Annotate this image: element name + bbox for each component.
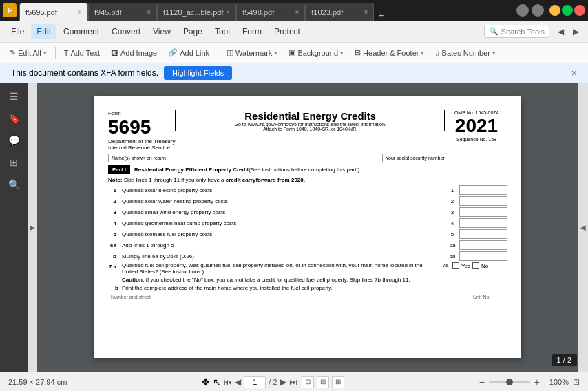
row-num-7a: 7 a: [108, 262, 119, 270]
search-tools[interactable]: 🔍 Search Tools: [484, 25, 549, 38]
tab-label: f5695.pdf: [25, 8, 57, 17]
maximize-button[interactable]: [562, 5, 573, 16]
panel-toggle-left[interactable]: ▶: [28, 83, 37, 372]
header-footer-icon: ⊟: [355, 48, 361, 57]
checkbox-no[interactable]: [472, 262, 479, 269]
row-label-5: Qualified biomass fuel property costs: [119, 231, 445, 237]
close-button[interactable]: [574, 5, 585, 16]
fit-page-button[interactable]: ⊡: [573, 377, 580, 387]
minimize-button[interactable]: [549, 5, 560, 16]
note-detail: Skip lines 1 through 11 if you only have…: [124, 177, 224, 183]
menu-convert[interactable]: Convert: [106, 24, 146, 39]
row-label-6a: Add lines 1 through 5: [119, 242, 445, 249]
form-year: 2021: [445, 115, 507, 137]
tabs-container: f5695.pdf × f945.pdf × f1120_ac...ble.pd…: [19, 0, 514, 21]
row-2: 2 Qualified solar water heating property…: [108, 196, 507, 206]
sidebar-bookmark-icon[interactable]: 🔖: [6, 110, 22, 127]
add-link-tool[interactable]: 🔗 Add Link: [164, 46, 213, 59]
first-page-button[interactable]: ⏮: [224, 377, 232, 387]
separator-1: [55, 47, 56, 59]
header-footer-tool[interactable]: ⊟ Header & Footer ▾: [350, 46, 428, 59]
current-page-input[interactable]: [244, 376, 266, 388]
tab-close-f5695[interactable]: ×: [78, 8, 82, 16]
next-page-button[interactable]: ▶: [280, 377, 286, 387]
zoom-out-button[interactable]: −: [479, 377, 485, 388]
checkbox-yes[interactable]: [452, 262, 459, 269]
watermark-dropdown[interactable]: ▾: [274, 50, 277, 56]
tab-close-f945[interactable]: ×: [147, 8, 151, 16]
zoom-thumb: [506, 379, 513, 385]
new-tab-button[interactable]: +: [374, 10, 388, 21]
tab-close-f5498[interactable]: ×: [295, 8, 299, 16]
image-icon: 🖼: [111, 49, 118, 57]
left-sidebar: ☰ 🔖 💬 ⊞ 🔍: [0, 83, 28, 372]
menu-view[interactable]: View: [147, 24, 176, 39]
sidebar-menu-icon[interactable]: ☰: [6, 88, 22, 105]
cursor-tool-icon[interactable]: ✥: [202, 377, 210, 388]
titlebar: F f5695.pdf × f945.pdf × f1120_ac...ble.…: [0, 0, 588, 21]
zoom-in-button[interactable]: +: [534, 377, 540, 388]
select-tool-icon[interactable]: ↖: [213, 377, 221, 388]
caution-label: Caution:: [122, 277, 144, 283]
menu-page[interactable]: Page: [178, 24, 208, 39]
watermark-tool[interactable]: ◫ Watermark ▾: [222, 46, 282, 59]
highlight-fields-button[interactable]: Highlight Fields: [164, 66, 232, 80]
bates-number-tool[interactable]: # Bates Number ▾: [431, 47, 499, 59]
menu-tool[interactable]: Tool: [209, 24, 235, 39]
tab-f5695[interactable]: f5695.pdf ×: [19, 3, 88, 21]
row-1: 1 Qualified solar electric property cost…: [108, 185, 507, 195]
tab-f1120[interactable]: f1120_ac...ble.pdf ×: [157, 3, 236, 21]
menu-comment[interactable]: Comment: [58, 24, 105, 39]
row-7a: 7 a Qualified fuel cell property. Was qu…: [108, 262, 507, 275]
tab-close-f1023[interactable]: ×: [364, 8, 368, 16]
background-dropdown[interactable]: ▾: [340, 50, 344, 56]
header-footer-dropdown[interactable]: ▾: [421, 50, 424, 56]
panel-toggle-right[interactable]: ◀: [578, 83, 588, 372]
ssn-cell: Your social security number: [383, 154, 507, 162]
two-page-view[interactable]: ⊞: [332, 376, 344, 388]
row-5: 5 Qualified biomass fuel property costs …: [108, 229, 507, 239]
single-page-view[interactable]: ⊡: [302, 376, 314, 388]
nav-back[interactable]: ◀: [554, 25, 567, 39]
background-tool[interactable]: ▣ Background ▾: [284, 46, 348, 59]
nav-forward[interactable]: ▶: [569, 25, 582, 39]
row-label-7b: Print the complete address of the main h…: [119, 285, 507, 291]
prev-page-button[interactable]: ◀: [235, 377, 241, 387]
last-page-button[interactable]: ⏭: [289, 377, 297, 387]
zoom-slider[interactable]: [489, 381, 530, 383]
pdf-viewer[interactable]: Form 5695 Department of the Treasury Int…: [37, 83, 578, 372]
row-line-3: 3: [445, 209, 459, 215]
part-note: (See instructions before completing this…: [249, 167, 359, 173]
menu-file[interactable]: File: [6, 24, 30, 39]
continuous-view[interactable]: ⊟: [317, 376, 329, 388]
part-title: Residential Energy Efficient Property Cr…: [134, 167, 249, 173]
edit-all-dropdown[interactable]: ▾: [43, 50, 47, 56]
tab-close-f1120[interactable]: ×: [226, 8, 230, 16]
dept-label: Department of the Treasury: [108, 138, 175, 145]
row-6a: 6a Add lines 1 through 5 6a: [108, 240, 507, 250]
row-input-6b: [459, 251, 507, 261]
edit-all-tool[interactable]: ✎ Edit All ▾: [6, 46, 51, 59]
sidebar-page-icon[interactable]: ⊞: [6, 154, 22, 171]
search-placeholder: Search Tools: [501, 28, 545, 36]
add-text-tool[interactable]: T Add Text: [60, 47, 104, 59]
tab-f945[interactable]: f945.pdf ×: [88, 3, 157, 21]
row-num-3: 3: [108, 209, 119, 215]
statusbar: 21.59 × 27.94 cm ✥ ↖ ⏮ ◀ / 2 ▶ ⏭ ⊡ ⊟ ⊞ −…: [0, 372, 588, 391]
part-header: Part I: [108, 165, 130, 174]
address-row: Number and street Unit No.: [108, 293, 507, 299]
sidebar-search-icon[interactable]: 🔍: [6, 176, 22, 193]
tab-f1023[interactable]: f1023.pdf ×: [305, 3, 374, 21]
row-num-6a: 6a: [108, 242, 119, 249]
xfa-close-button[interactable]: ×: [571, 67, 577, 78]
toolbar: ✎ Edit All ▾ T Add Text 🖼 Add Image 🔗 Ad…: [0, 43, 588, 63]
sidebar-annotation-icon[interactable]: 💬: [6, 132, 22, 149]
tab-f5498[interactable]: f5498.pdf ×: [236, 3, 305, 21]
menu-form[interactable]: Form: [237, 24, 267, 39]
menu-protect[interactable]: Protect: [269, 24, 306, 39]
bates-dropdown[interactable]: ▾: [492, 50, 496, 56]
row-label-2: Qualified solar water heating property c…: [119, 198, 445, 204]
menu-edit[interactable]: Edit: [31, 24, 56, 39]
row-num-7b: b: [108, 285, 119, 291]
add-image-tool[interactable]: 🖼 Add Image: [107, 47, 161, 59]
